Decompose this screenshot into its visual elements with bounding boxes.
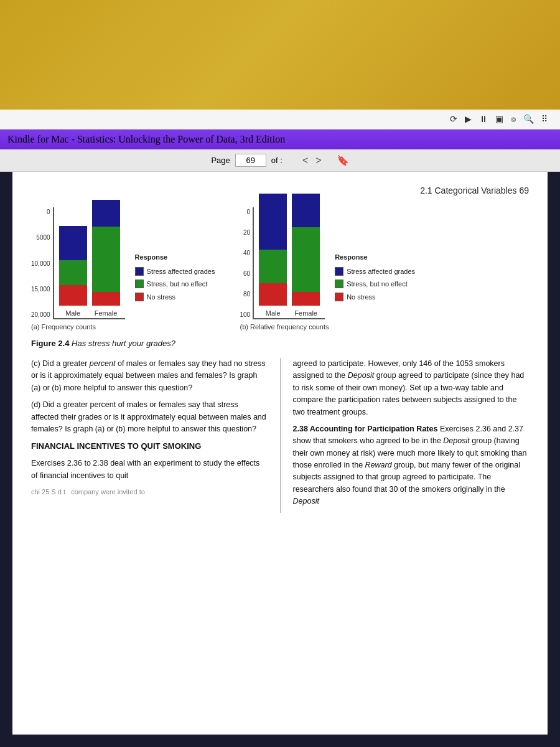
legend-b-label-green: Stress, but no effect	[347, 279, 408, 289]
of-text: of :	[271, 156, 282, 165]
bar-female-b-red	[292, 292, 320, 306]
bar-female-a-stack	[92, 194, 120, 306]
bar-female-b-green	[292, 227, 320, 292]
y-label-10k: 10,000	[31, 259, 50, 268]
chart-a-axes: 20,000 15,000 10,000 5000 0	[31, 207, 125, 319]
chart-b-y-axis: 100 80 60 40 20 0	[240, 207, 253, 319]
reload-icon: ⟳	[450, 114, 457, 125]
chart-b-block: 100 80 60 40 20 0	[240, 207, 415, 332]
media-icon: ⏸	[479, 115, 488, 125]
chart-b-legend-title: Response	[335, 252, 415, 263]
legend-b-item-blue: Stress affected grades	[335, 266, 415, 277]
text-columns: (c) Did a greater percent of males or fe…	[31, 358, 529, 513]
display-icon: ▣	[495, 114, 503, 125]
bookmark-icon[interactable]: 🔖	[337, 154, 349, 166]
legend-b-swatch-green	[335, 280, 343, 288]
forward-icon: ▶	[465, 114, 472, 125]
prev-page-button[interactable]: <	[300, 155, 310, 166]
bar-male-a-blue	[59, 226, 87, 260]
chart-b-bars: Male Female	[253, 207, 325, 319]
legend-b-label-red: No stress	[347, 292, 375, 303]
bar-male-b-blue	[259, 194, 287, 250]
chart-a-block: 20,000 15,000 10,000 5000 0	[31, 207, 215, 332]
legend-b-item-green: Stress, but no effect	[335, 279, 415, 289]
chart-a-with-legend: 20,000 15,000 10,000 5000 0	[31, 207, 215, 319]
y-b-label-100: 100	[240, 310, 250, 319]
right-para1: agreed to participate. However, only 146…	[293, 358, 530, 418]
right-para2: 2.38 Accounting for Participation Rates …	[293, 423, 530, 508]
system-bar: ⟳ ▶ ⏸ ▣ ⌾ 🔍 ⠿	[0, 110, 560, 129]
col-right: agreed to participate. However, only 146…	[293, 358, 530, 513]
figure-caption-italic: Has stress hurt your grades?	[72, 339, 175, 348]
chart-b-subtitle: (b) Relative frequency counts	[240, 322, 329, 332]
bar-male-b-green	[259, 250, 287, 283]
bar-female-a-green	[92, 227, 120, 292]
bar-male-b-stack	[259, 194, 287, 306]
y-b-label-80: 80	[240, 289, 250, 299]
bar-female-a: Female	[92, 194, 120, 319]
section-header-text: 2.1 Categorical Variables 69	[420, 186, 529, 195]
legend-a-label-blue: Stress affected grades	[147, 266, 215, 277]
legend-a-item-blue: Stress affected grades	[135, 266, 215, 277]
financial-intro: Exercises 2.36 to 2.38 deal with an expe…	[31, 458, 268, 482]
charts-container: 20,000 15,000 10,000 5000 0	[31, 207, 529, 332]
legend-a-label-green: Stress, but no effect	[147, 279, 208, 289]
nav-arrows: < >	[300, 155, 324, 166]
bar-male-a-red	[59, 285, 87, 306]
system-icons: ⟳ ▶ ⏸ ▣ ⌾ 🔍 ⠿	[450, 114, 548, 125]
bar-female-b-blue	[292, 194, 320, 227]
bar-male-b-red	[259, 283, 287, 306]
legend-b-item-red: No stress	[335, 292, 415, 303]
financial-heading: FINANCIAL INCENTIVES TO QUIT SMOKING	[31, 440, 268, 453]
next-page-button[interactable]: >	[313, 155, 324, 166]
financial-cont: chi 25 S d t company were invited to	[31, 487, 268, 497]
chart-a-subtitle: (a) Frequency counts	[31, 322, 96, 332]
para-d: (d) Did a greater percent of males or fe…	[31, 399, 268, 435]
chart-a-legend: Response Stress affected grades Stress, …	[135, 252, 215, 302]
bar-male-a-green	[59, 260, 87, 285]
chart-a-content: Male Female	[53, 207, 125, 319]
chart-b-legend: Response Stress affected grades Stress, …	[335, 252, 415, 302]
search-icon[interactable]: 🔍	[523, 114, 534, 125]
legend-b-label-blue: Stress affected grades	[347, 266, 415, 277]
y-b-label-0: 0	[240, 207, 250, 217]
title-bar: Kindle for Mac - Statistics: Unlocking t…	[0, 129, 560, 149]
legend-a-label-red: No stress	[147, 292, 175, 303]
bar-male-a: Male	[59, 194, 87, 319]
bar-male-a-label: Male	[65, 308, 80, 319]
legend-a-swatch-blue	[135, 267, 144, 276]
page-label: Page	[211, 156, 230, 165]
title-bar-text: Kindle for Mac - Statistics: Unlocking t…	[7, 134, 285, 145]
chart-b-with-legend: 100 80 60 40 20 0	[240, 207, 415, 319]
bar-female-b-label: Female	[294, 308, 317, 319]
bar-female-a-blue	[92, 200, 120, 227]
figure-caption: Figure 2.4 Has stress hurt your grades?	[31, 337, 529, 350]
bar-female-a-red	[92, 292, 120, 306]
bar-male-b-label: Male	[266, 308, 281, 319]
y-b-label-20: 20	[240, 228, 250, 237]
y-label-5k: 5000	[31, 233, 50, 242]
legend-a-item-red: No stress	[135, 292, 215, 303]
legend-a-item-green: Stress, but no effect	[135, 279, 215, 289]
bar-female-b: Female	[292, 194, 320, 319]
para-c: (c) Did a greater percent of males or fe…	[31, 358, 268, 394]
content-area: 2.1 Categorical Variables 69 20,000 15,0…	[12, 172, 548, 735]
y-label-15k: 15,000	[31, 284, 50, 294]
col-divider	[280, 358, 281, 513]
bar-male-a-stack	[59, 194, 87, 306]
figure-caption-bold: Figure 2.4	[31, 339, 69, 348]
y-label-20k: 20,000	[31, 310, 50, 319]
chart-b-axes: 100 80 60 40 20 0	[240, 207, 325, 319]
bar-male-b: Male	[259, 194, 287, 319]
legend-b-swatch-red	[335, 293, 343, 301]
apps-icon[interactable]: ⠿	[541, 114, 548, 125]
legend-b-swatch-blue	[335, 267, 343, 276]
chart-a-bars: Male Female	[53, 207, 125, 319]
nav-bar: Page of : < > 🔖	[0, 149, 560, 172]
y-b-label-60: 60	[240, 269, 250, 278]
legend-a-swatch-red	[135, 293, 144, 301]
chart-b-content: Male Female	[253, 207, 325, 319]
legend-a-swatch-green	[135, 280, 144, 288]
page-number-input[interactable]	[235, 154, 266, 167]
chart-a-y-axis: 20,000 15,000 10,000 5000 0	[31, 207, 53, 319]
